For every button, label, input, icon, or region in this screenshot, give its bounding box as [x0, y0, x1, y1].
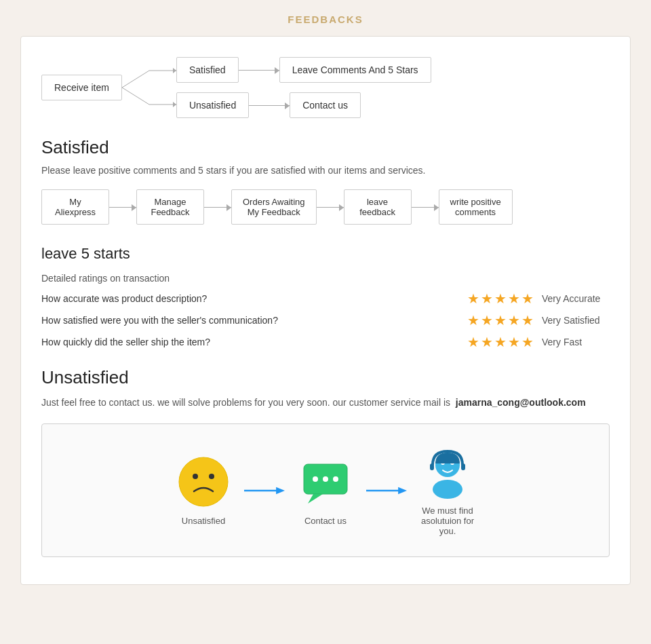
contact-chat-item: Contact us	[298, 455, 353, 526]
step-leave-feedback: leavefeedback	[344, 189, 412, 225]
rating-result-3: Very Fast	[542, 337, 610, 347]
satisfied-description: Please leave positive comments and 5 sta…	[41, 165, 610, 176]
rating-result-1: Very Accurate	[542, 293, 610, 304]
svg-line-1	[122, 88, 149, 105]
main-card: Receive item Satisfied Leave Comments An…	[20, 36, 631, 585]
star: ★	[481, 290, 493, 307]
contact-unsatisfied-item: Unsatisfied	[176, 455, 231, 526]
star: ★	[521, 334, 534, 350]
star: ★	[494, 290, 507, 307]
step-my-aliexpress: MyAliexpress	[41, 189, 109, 225]
page-title: FEEDBACKS	[0, 14, 651, 25]
star: ★	[467, 334, 479, 350]
rating-row-2: How satisfied were you with the seller's…	[41, 312, 610, 328]
page-header: FEEDBACKS	[0, 0, 651, 36]
star: ★	[508, 334, 520, 350]
unsatisfied-contact-label: Unsatisfied	[182, 516, 225, 526]
unsatisfied-branch: Unsatisfied Contact us	[176, 92, 431, 118]
star: ★	[467, 290, 479, 307]
unsatisfied-desc-text: Just feel free to contact us. we will so…	[41, 397, 450, 408]
star: ★	[494, 312, 507, 328]
satisfied-title: Satisfied	[41, 137, 610, 158]
ratings-section: leave 5 starts Detailed ratings on trans…	[41, 245, 610, 350]
arrow-to-contact	[244, 484, 285, 497]
star: ★	[494, 334, 507, 350]
contact-solution-item: We must find asolutuion for you.	[420, 444, 475, 536]
svg-rect-22	[430, 463, 434, 470]
arrow-to-solution	[366, 484, 407, 497]
stars-1: ★ ★ ★ ★ ★	[467, 290, 534, 307]
svg-point-21	[433, 480, 462, 499]
stars-2: ★ ★ ★ ★ ★	[467, 312, 534, 328]
step-arrow-3	[317, 207, 344, 208]
svg-point-7	[193, 474, 198, 479]
ratings-label: Detailed ratings on transaction	[41, 273, 610, 284]
satisfied-branch: Satisfied Leave Comments And 5 Stars	[176, 57, 431, 83]
contact-us-flow-box: Contact us	[290, 92, 361, 118]
star: ★	[521, 290, 534, 307]
stars-3: ★ ★ ★ ★ ★	[467, 334, 534, 350]
step-orders-awaiting: Orders AwaitingMy Feedback	[231, 189, 317, 225]
unsatisfied-section: Unsatisfied Just feel free to contact us…	[41, 367, 610, 410]
step-write-positive: write positivecomments	[439, 189, 513, 225]
contact-box: Unsatisfied Contact u	[41, 423, 610, 557]
step-arrow-1	[109, 207, 136, 208]
star: ★	[481, 334, 493, 350]
svg-point-13	[313, 476, 318, 482]
receive-item-box: Receive item	[41, 75, 122, 100]
solution-label: We must find asolutuion for you.	[421, 506, 474, 536]
star: ★	[481, 312, 493, 328]
svg-point-6	[179, 457, 228, 506]
star: ★	[467, 312, 479, 328]
email-address: jamarna_cong@outlook.com	[456, 397, 586, 408]
satisfied-box: Satisfied	[176, 57, 239, 83]
step-arrow-2	[204, 207, 231, 208]
svg-point-15	[333, 476, 338, 482]
svg-marker-17	[398, 487, 407, 494]
branch-container: Satisfied Leave Comments And 5 Stars Uns…	[176, 57, 431, 118]
rating-row-1: How accurate was product description? ★ …	[41, 290, 610, 307]
step-arrow-4	[412, 207, 439, 208]
leave-comments-box: Leave Comments And 5 Stars	[279, 57, 431, 83]
svg-marker-10	[276, 487, 285, 494]
rating-question-3: How quickly did the seller ship the item…	[41, 337, 467, 347]
unsatisfied-box: Unsatisfied	[176, 92, 249, 118]
steps-row: MyAliexpress ManageFeedback Orders Await…	[41, 189, 610, 225]
svg-point-14	[323, 476, 328, 482]
chat-icon	[298, 455, 353, 509]
rating-question-2: How satisfied were you with the seller's…	[41, 315, 467, 326]
flow-diagram: Receive item Satisfied Leave Comments An…	[41, 57, 610, 118]
satisfied-section: Satisfied Please leave positive comments…	[41, 137, 610, 176]
svg-point-8	[209, 474, 214, 479]
rating-question-1: How accurate was product description?	[41, 293, 467, 304]
unsatisfied-icon	[176, 455, 231, 509]
agent-icon	[420, 444, 475, 499]
unsatisfied-title: Unsatisfied	[41, 367, 610, 388]
rating-result-2: Very Satisfied	[542, 315, 610, 326]
step-manage-feedback: ManageFeedback	[136, 189, 204, 225]
star: ★	[508, 290, 520, 307]
rating-row-3: How quickly did the seller ship the item…	[41, 334, 610, 350]
star: ★	[521, 312, 534, 328]
star: ★	[508, 312, 520, 328]
contact-chat-label: Contact us	[304, 516, 347, 526]
svg-line-0	[122, 71, 149, 88]
svg-marker-12	[308, 494, 323, 504]
ratings-title: leave 5 starts	[41, 245, 610, 263]
v-connector-svg	[122, 57, 176, 118]
svg-rect-23	[461, 463, 465, 470]
unsatisfied-description: Just feel free to contact us. we will so…	[41, 395, 610, 410]
